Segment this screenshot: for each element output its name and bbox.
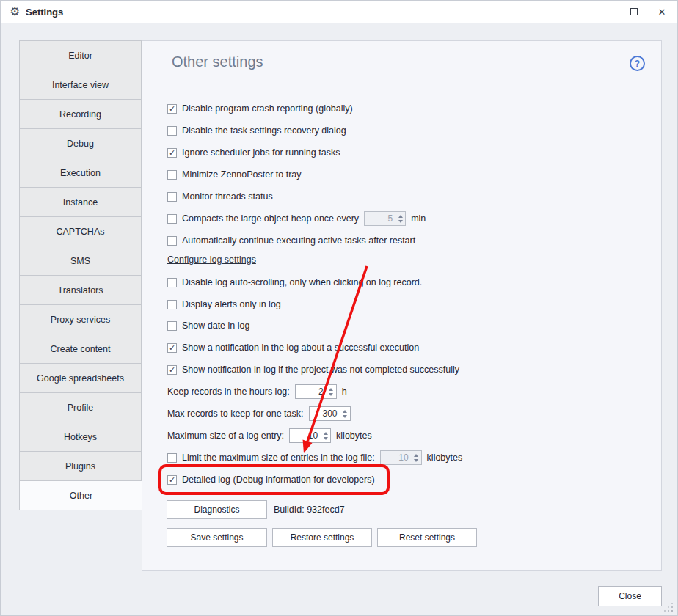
sidebar-item-captchas[interactable]: CAPTCHAs xyxy=(19,216,142,246)
heap-interval-spinner[interactable]: 5 xyxy=(364,211,406,226)
unit-label: kilobytes xyxy=(336,430,372,441)
row-limit-log-file-entries[interactable]: ✓ Limit the maximum size of entries in t… xyxy=(167,450,462,465)
setting-label: Disable program crash reporting (globall… xyxy=(182,103,353,114)
reset-settings-button[interactable]: Reset settings xyxy=(377,528,477,547)
setting-label: Disable the task settings recovery dialo… xyxy=(182,125,346,136)
sidebar-item-execution[interactable]: Execution xyxy=(19,158,142,188)
spinner-value: 300 xyxy=(310,408,340,419)
checkbox[interactable]: ✓ xyxy=(167,300,177,309)
page-title: Other settings xyxy=(172,54,263,70)
setting-label: Show a notification in the log about a s… xyxy=(182,342,419,353)
close-icon: ✕ xyxy=(658,7,666,18)
window-title: Settings xyxy=(26,7,63,18)
setting-label: Show notification in log if the project … xyxy=(182,364,459,375)
spinner-arrows-icon[interactable] xyxy=(327,385,336,398)
setting-label: Limit the maximum size of entries in the… xyxy=(182,452,375,463)
setting-label: Maximum size of a log entry: xyxy=(167,430,284,441)
row-show-date-in-log[interactable]: ✓ Show date in log xyxy=(167,318,249,333)
row-auto-continue-tasks[interactable]: ✓ Automatically continue executing activ… xyxy=(167,233,415,248)
sidebar-item-debug[interactable]: Debug xyxy=(19,128,142,158)
checkmark-icon: ✓ xyxy=(169,105,175,113)
checkbox[interactable]: ✓ xyxy=(167,321,177,331)
unit-label: min xyxy=(411,213,426,224)
sidebar-item-hotkeys[interactable]: Hotkeys xyxy=(19,422,142,452)
limit-size-spinner[interactable]: 10 xyxy=(380,450,422,465)
sidebar-item-interface-view[interactable]: Interface view xyxy=(19,70,142,100)
checkbox[interactable]: ✓ xyxy=(167,343,177,353)
setting-label: Minimize ZennoPoster to tray xyxy=(182,169,302,180)
setting-label: Detailed log (Debug information for deve… xyxy=(182,474,375,485)
checkbox[interactable]: ✓ xyxy=(167,278,177,287)
row-disable-autoscroll[interactable]: ✓ Disable log auto-scrolling, only when … xyxy=(167,275,422,290)
settings-gear-icon: ⚙ xyxy=(10,4,20,19)
sidebar-item-create-content[interactable]: Create content xyxy=(19,334,142,364)
close-button[interactable]: Close xyxy=(598,586,662,606)
row-minimize-to-tray[interactable]: ✓ Minimize ZennoPoster to tray xyxy=(167,167,302,182)
spinner-value: 10 xyxy=(381,452,412,463)
setting-label: Compacts the large object heap once ever… xyxy=(182,213,359,224)
help-button[interactable]: ? xyxy=(630,56,645,71)
row-disable-recovery-dialog[interactable]: ✓ Disable the task settings recovery dia… xyxy=(167,123,346,138)
save-settings-button[interactable]: Save settings xyxy=(167,528,267,547)
checkmark-icon: ✓ xyxy=(169,344,175,352)
checkbox[interactable]: ✓ xyxy=(167,104,177,114)
row-fail-notification[interactable]: ✓ Show notification in log if the projec… xyxy=(167,362,459,377)
settings-window: ⚙ Settings ✕ Editor Interface view Recor… xyxy=(0,0,678,616)
row-success-notification[interactable]: ✓ Show a notification in the log about a… xyxy=(167,340,419,355)
resize-grip[interactable] xyxy=(664,603,674,612)
sidebar-item-editor[interactable]: Editor xyxy=(19,40,142,70)
close-window-button[interactable]: ✕ xyxy=(649,1,674,23)
checkbox[interactable]: ✓ xyxy=(167,236,177,246)
checkbox[interactable]: ✓ xyxy=(167,170,177,180)
log-entry-size-spinner[interactable]: 10 xyxy=(289,428,331,443)
row-max-records-task: Max records to keep for one task: 300 xyxy=(167,406,356,421)
hours-log-spinner[interactable]: 2 xyxy=(295,384,337,399)
spinner-arrows-icon[interactable] xyxy=(321,429,330,442)
spinner-arrows-icon[interactable] xyxy=(396,212,405,225)
row-ignore-scheduler-jobs[interactable]: ✓ Ignore scheduler jobs for running task… xyxy=(167,145,340,160)
restore-settings-button[interactable]: Restore settings xyxy=(272,528,372,547)
spinner-value: 5 xyxy=(365,213,396,224)
maximize-button[interactable] xyxy=(622,1,646,23)
setting-label: Show date in log xyxy=(182,320,249,331)
sidebar-item-translators[interactable]: Translators xyxy=(19,275,142,305)
checkbox[interactable]: ✓ xyxy=(167,214,177,224)
row-monitor-threads[interactable]: ✓ Monitor threads status xyxy=(167,189,273,204)
checkbox[interactable]: ✓ xyxy=(167,453,177,463)
max-records-spinner[interactable]: 300 xyxy=(309,406,351,421)
checkbox[interactable]: ✓ xyxy=(167,475,177,485)
row-compact-heap[interactable]: ✓ Compacts the large object heap once ev… xyxy=(167,211,426,226)
checkbox[interactable]: ✓ xyxy=(167,148,177,158)
sidebar-item-other[interactable]: Other xyxy=(19,480,142,510)
titlebar: ⚙ Settings ✕ xyxy=(1,1,677,23)
build-id-label: BuildId: 932fecd7 xyxy=(274,500,345,519)
row-display-alerts-only[interactable]: ✓ Display alerts only in log xyxy=(167,297,281,312)
setting-label: Display alerts only in log xyxy=(182,298,281,310)
sidebar-item-plugins[interactable]: Plugins xyxy=(19,451,142,481)
sidebar-item-recording[interactable]: Recording xyxy=(19,99,142,129)
row-disable-crash-reporting[interactable]: ✓ Disable program crash reporting (globa… xyxy=(167,101,353,116)
sidebar-item-profile[interactable]: Profile xyxy=(19,392,142,422)
checkbox[interactable]: ✓ xyxy=(167,365,177,375)
setting-label: Automatically continue executing active … xyxy=(182,235,415,246)
setting-label: Disable log auto-scrolling, only when cl… xyxy=(182,276,422,288)
spinner-arrows-icon[interactable] xyxy=(412,451,421,464)
sidebar-item-sms[interactable]: SMS xyxy=(19,246,142,276)
unit-label: h xyxy=(342,386,347,397)
setting-label: Ignore scheduler jobs for running tasks xyxy=(182,147,340,158)
row-keep-records-hours: Keep records in the hours log: 2 h xyxy=(167,384,347,399)
setting-label: Max records to keep for one task: xyxy=(167,408,304,419)
spinner-value: 10 xyxy=(290,430,321,441)
sidebar-item-google-spreadsheets[interactable]: Google spreadsheets xyxy=(19,363,142,393)
spinner-arrows-icon[interactable] xyxy=(340,407,350,420)
checkmark-icon: ✓ xyxy=(169,476,175,484)
sidebar-item-instance[interactable]: Instance xyxy=(19,187,142,217)
checkbox[interactable]: ✓ xyxy=(167,126,177,136)
unit-label: kilobytes xyxy=(427,452,463,463)
row-detailed-log[interactable]: ✓ Detailed log (Debug information for de… xyxy=(167,472,375,487)
diagnostics-button[interactable]: Diagnostics xyxy=(167,500,267,519)
sidebar-item-proxy-services[interactable]: Proxy services xyxy=(19,304,142,334)
configure-log-settings-link[interactable]: Configure log settings xyxy=(167,254,256,265)
checkbox[interactable]: ✓ xyxy=(167,192,177,202)
sidebar: Editor Interface view Recording Debug Ex… xyxy=(19,40,142,510)
